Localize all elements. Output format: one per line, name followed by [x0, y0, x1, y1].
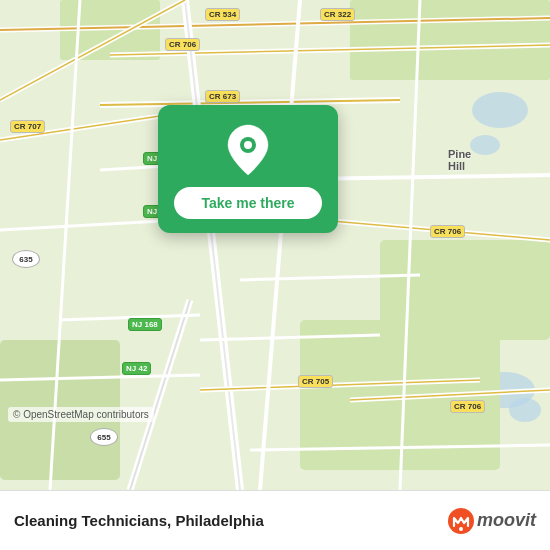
moovit-logo: moovit — [447, 507, 536, 535]
svg-point-1 — [472, 92, 528, 128]
moovit-text: moovit — [477, 510, 536, 531]
map-pin-icon — [226, 123, 270, 177]
svg-point-4 — [509, 398, 541, 422]
svg-rect-10 — [350, 0, 550, 80]
map-container: CR 534 CR 322 CR 706 CR 673 CR 707 CR 70… — [0, 0, 550, 490]
moovit-icon — [447, 507, 475, 535]
badge-655: 655 — [90, 428, 118, 446]
location-card: Take me there — [158, 105, 338, 233]
svg-point-2 — [470, 135, 500, 155]
badge-635: 635 — [12, 250, 40, 268]
location-title: Cleaning Technicians, Philadelphia — [14, 512, 447, 529]
bottom-bar: Cleaning Technicians, Philadelphia moovi… — [0, 490, 550, 550]
take-me-there-button[interactable]: Take me there — [174, 187, 322, 219]
svg-point-46 — [459, 527, 463, 531]
svg-point-44 — [244, 141, 252, 149]
copyright-text: © OpenStreetMap contributors — [8, 407, 154, 422]
